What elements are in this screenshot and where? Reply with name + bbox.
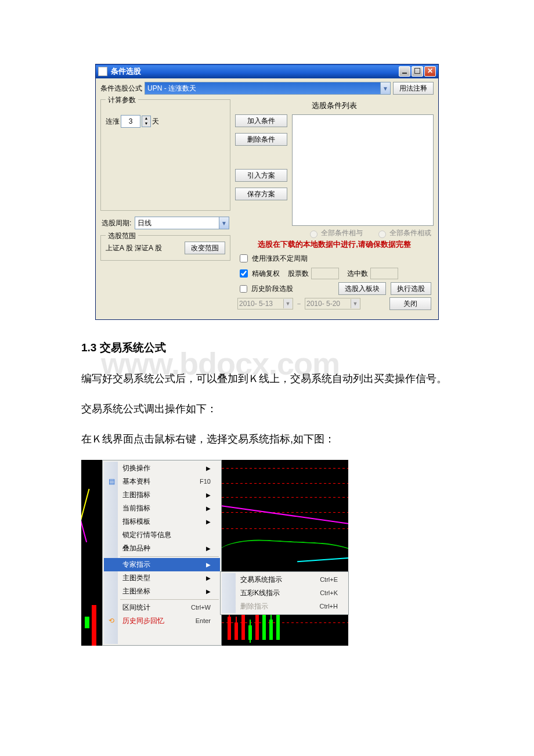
menu-item[interactable]: 当前指标▶ — [104, 502, 220, 515]
close-window-button[interactable]: ✕ — [424, 66, 436, 77]
formula-combo-text: UPN - 连涨数天 — [147, 84, 196, 93]
range-text: 上证A 股 深证A 股 — [106, 243, 162, 253]
precise-fuquan-label: 精确复权 — [252, 269, 280, 279]
spinner-buttons[interactable]: ▲▼ — [142, 116, 151, 127]
submenu-shortcut: Ctrl+K — [320, 589, 338, 596]
menu-item[interactable]: ▤基本资料F10 — [104, 475, 220, 488]
radio-and[interactable]: 全部条件相与 — [307, 229, 363, 237]
submenu-item[interactable]: 交易系统指示Ctrl+E — [222, 573, 347, 586]
chevron-down-icon[interactable]: ▼ — [283, 299, 292, 308]
usage-help-button[interactable]: 用法注释 — [393, 82, 434, 95]
menu-shortcut: Enter — [196, 617, 211, 624]
menu-item-label: 叠加品种 — [122, 543, 150, 553]
submenu-shortcut: Ctrl+E — [320, 576, 338, 583]
precise-fuquan-checkbox[interactable] — [240, 269, 248, 278]
chart-left-strip — [81, 460, 102, 646]
params-legend: 计算参数 — [106, 95, 138, 105]
variable-period-checkbox[interactable] — [240, 254, 248, 262]
date-to-input[interactable]: 2010- 5-20▼ — [305, 298, 360, 309]
menu-item-label: 主图指标 — [122, 490, 150, 500]
doc-paragraph: 编写好交易系统公式后，可以叠加到Ｋ线上，交易系统自动列出买卖操作信号。 — [81, 369, 453, 388]
submenu-arrow-icon: ▶ — [206, 561, 211, 568]
minimize-button[interactable] — [399, 66, 410, 77]
stock-count-field — [311, 268, 339, 279]
submenu-item-label: 删除指示 — [240, 602, 268, 611]
menu-item[interactable]: 主图类型▶ — [104, 571, 220, 585]
data-notice: 选股在下载的本地数据中进行,请确保数据完整 — [235, 238, 434, 251]
chart-right-area — [222, 460, 348, 646]
menu-item-label: 基本资料 — [122, 477, 150, 487]
submenu-shortcut: Ctrl+H — [320, 603, 338, 610]
close-button[interactable]: 关闭 — [389, 297, 431, 310]
condition-listbox[interactable] — [292, 114, 434, 226]
menu-shortcut: F10 — [200, 478, 211, 485]
doc-paragraph: 交易系统公式调出操作如下： — [81, 399, 453, 419]
chevron-down-icon[interactable]: ▼ — [219, 217, 229, 229]
menu-item[interactable]: 指标模板▶ — [104, 515, 220, 528]
menu-item-label: 历史同步回忆 — [122, 616, 164, 626]
menu-item[interactable]: ⟲历史同步回忆Enter — [104, 614, 220, 628]
days-spinner[interactable] — [121, 115, 140, 128]
save-plan-button[interactable]: 保存方案 — [235, 188, 287, 200]
submenu-arrow-icon: ▶ — [206, 545, 211, 552]
date-separator: － — [295, 299, 302, 309]
menu-item-label: 指标模板 — [122, 517, 150, 527]
period-value: 日线 — [138, 218, 151, 228]
menu-item[interactable]: 专家指示▶ — [104, 558, 220, 571]
menu-item-label: 当前指标 — [122, 503, 150, 513]
dialog-title: 条件选股 — [111, 66, 141, 77]
param-label-post: 天 — [152, 117, 159, 127]
variable-period-label: 使用涨跌不定周期 — [252, 254, 308, 264]
menu-item-label: 主图坐标 — [122, 586, 150, 596]
chevron-down-icon[interactable]: ▼ — [380, 82, 390, 94]
menu-item[interactable]: 叠加品种▶ — [104, 542, 220, 555]
app-icon — [98, 67, 107, 76]
execute-button[interactable]: 执行选股 — [391, 282, 431, 295]
menu-item-label: 专家指示 — [122, 560, 150, 570]
change-range-button[interactable]: 改变范围 — [185, 242, 225, 254]
date-from-input[interactable]: 2010- 5-13▼ — [237, 298, 293, 309]
submenu-arrow-icon: ▶ — [206, 575, 211, 581]
context-menu[interactable]: 切换操作▶▤基本资料F10主图指标▶当前指标▶指标模板▶锁定行情等信息叠加品种▶… — [102, 460, 222, 646]
formula-label: 条件选股公式 — [100, 84, 142, 93]
period-label: 选股周期: — [102, 218, 131, 228]
history-range-checkbox[interactable] — [240, 285, 247, 293]
stock-count-label: 股票数 — [288, 269, 309, 279]
doc-paragraph: 在Ｋ线界面点击鼠标右键，选择交易系统指标,如下图： — [81, 429, 453, 449]
submenu-item: 删除指示Ctrl+H — [222, 600, 347, 613]
submenu-arrow-icon: ▶ — [206, 505, 211, 512]
menu-shortcut: Ctrl+W — [191, 604, 211, 611]
selected-count-field — [370, 268, 398, 279]
menu-item[interactable]: 锁定行情等信息 — [104, 528, 220, 542]
period-select[interactable]: 日线 ▼ — [135, 217, 229, 229]
range-legend: 选股范围 — [106, 231, 138, 241]
menu-item-label: 主图类型 — [122, 573, 150, 583]
menu-item-label: 锁定行情等信息 — [122, 530, 171, 540]
add-to-board-button[interactable]: 选股入板块 — [338, 282, 386, 295]
menu-item[interactable]: 区间统计Ctrl+W — [104, 601, 220, 614]
submenu-arrow-icon: ▶ — [206, 465, 211, 471]
menu-item[interactable]: 主图指标▶ — [104, 488, 220, 502]
menu-item[interactable]: 切换操作▶ — [104, 462, 220, 475]
menu-separator — [120, 599, 219, 600]
dialog-titlebar[interactable]: 条件选股 ✕ — [96, 64, 438, 78]
delete-condition-button[interactable]: 删除条件 — [235, 133, 287, 146]
selected-count-label: 选中数 — [347, 269, 368, 279]
maximize-button[interactable] — [412, 66, 423, 77]
menu-separator — [120, 556, 219, 557]
context-submenu[interactable]: 交易系统指示Ctrl+E五彩K线指示Ctrl+K删除指示Ctrl+H — [220, 571, 349, 615]
kline-chart-screenshot: 切换操作▶▤基本资料F10主图指标▶当前指标▶指标模板▶锁定行情等信息叠加品种▶… — [81, 460, 348, 646]
menu-item[interactable]: 主图坐标▶ — [104, 585, 220, 598]
history-icon: ⟲ — [107, 616, 116, 625]
formula-combo[interactable]: UPN - 连涨数天 ▼ — [145, 82, 391, 95]
import-plan-button[interactable]: 引入方案 — [235, 169, 287, 182]
submenu-item[interactable]: 五彩K线指示Ctrl+K — [222, 586, 347, 600]
add-condition-button[interactable]: 加入条件 — [235, 114, 287, 127]
menu-item-label: 区间统计 — [122, 603, 150, 613]
section-heading: 1.3 交易系统公式 — [81, 337, 453, 358]
menu-item-label: 切换操作 — [122, 463, 150, 473]
stock-filter-dialog: 条件选股 ✕ 条件选股公式 UPN - 连涨数天 ▼ 用法注释 — [95, 64, 439, 320]
radio-or[interactable]: 全部条件相或 — [376, 229, 431, 237]
chevron-down-icon[interactable]: ▼ — [351, 299, 359, 308]
submenu-item-label: 五彩K线指示 — [240, 588, 280, 598]
